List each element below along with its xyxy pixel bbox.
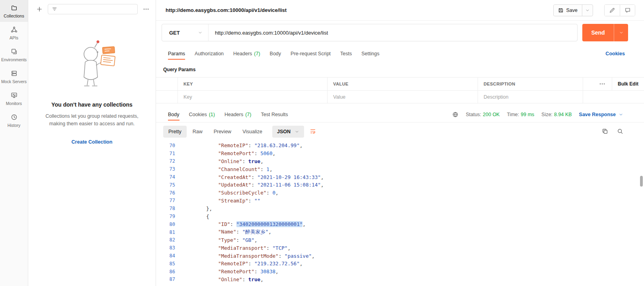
- bulk-edit-button[interactable]: Bulk Edit: [612, 78, 638, 90]
- response-tab-test-results[interactable]: Test Results: [256, 107, 293, 122]
- response-tab-cookies[interactable]: Cookies(1): [184, 107, 220, 122]
- tab-label: Test Results: [261, 112, 288, 117]
- request-tab-pre-request-script[interactable]: Pre-request Script: [286, 46, 336, 61]
- method-selector[interactable]: GET: [162, 24, 208, 41]
- code-line: 81"Name": "醉美家乡",: [156, 228, 644, 236]
- nav-item-collections[interactable]: Collections: [0, 0, 28, 22]
- meta-label: Time:: [507, 112, 519, 117]
- code-token: ,: [269, 166, 273, 172]
- sidebar-filter-input[interactable]: [60, 6, 134, 12]
- apis-icon: [11, 26, 18, 33]
- save-button[interactable]: Save: [554, 5, 582, 16]
- comment-button[interactable]: [620, 5, 635, 16]
- code-token: "UpdatedAt": [218, 182, 251, 188]
- param-value-input[interactable]: [333, 94, 472, 100]
- request-tab-headers[interactable]: Headers(7): [228, 46, 265, 61]
- url-input[interactable]: [208, 24, 577, 41]
- nav-item-label: APIs: [0, 35, 28, 40]
- request-tab-body[interactable]: Body: [265, 46, 286, 61]
- format-label: JSON: [277, 129, 291, 134]
- line-number: 75: [156, 182, 175, 188]
- tab-label: Authorization: [195, 51, 224, 56]
- line-content: {: [175, 214, 209, 220]
- tab-label: Body: [270, 51, 281, 56]
- view-mode-preview[interactable]: Preview: [209, 126, 236, 138]
- sidebar-filter-box[interactable]: [48, 4, 138, 14]
- create-collection-link[interactable]: Create Collection: [72, 139, 113, 145]
- chevron-down-icon: [198, 30, 203, 35]
- format-dropdown[interactable]: JSON: [272, 126, 304, 138]
- code-token: ,: [287, 245, 291, 251]
- vertical-scrollbar[interactable]: [640, 176, 643, 187]
- copy-response-button[interactable]: [602, 128, 608, 136]
- request-tab-params[interactable]: Params: [163, 46, 190, 61]
- code-token: ,: [312, 253, 315, 259]
- code-line: 83"MediaTransport": "TCP",: [156, 244, 644, 252]
- edit-request-button[interactable]: [605, 5, 620, 16]
- query-params-table: KEY VALUE DESCRIPTION Bulk Edit: [156, 77, 644, 103]
- nav-item-monitors[interactable]: Monitors: [0, 88, 28, 109]
- url-row: GET Send: [156, 21, 644, 46]
- param-key-input[interactable]: [183, 94, 322, 100]
- code-token: "passive": [285, 253, 312, 259]
- view-mode-visualize[interactable]: Visualize: [237, 126, 267, 138]
- search-response-button[interactable]: [617, 128, 623, 136]
- code-token: ,: [273, 150, 276, 156]
- code-token: "RemotePort": [218, 150, 254, 156]
- response-header: BodyCookies(1)Headers(7)Test Results Sta…: [156, 107, 644, 123]
- line-number: 71: [156, 151, 175, 156]
- response-tab-body[interactable]: Body: [163, 107, 184, 122]
- code-line: 77"StreamIp": "": [156, 197, 644, 205]
- code-token: :: [279, 253, 285, 259]
- request-tab-tests[interactable]: Tests: [336, 46, 357, 61]
- code-token: :: [254, 150, 260, 156]
- tab-label: Headers: [233, 51, 252, 56]
- nav-item-history[interactable]: History: [0, 109, 28, 131]
- code-token: "MediaTransportMode": [218, 253, 279, 259]
- response-view-modes: PrettyRawPreviewVisualize: [163, 126, 267, 138]
- send-dropdown-button[interactable]: [614, 24, 628, 41]
- params-more-options-button[interactable]: [597, 79, 607, 89]
- request-tab-authorization[interactable]: Authorization: [190, 46, 228, 61]
- value-cell: [327, 91, 478, 103]
- params-header-row: KEY VALUE DESCRIPTION Bulk Edit: [156, 77, 644, 90]
- response-tab-headers[interactable]: Headers(7): [220, 107, 256, 122]
- code-token: "Online": [218, 276, 242, 282]
- code-token: "34020000001320000001": [236, 221, 303, 227]
- line-content: "Type": "GB",: [175, 237, 258, 243]
- cookies-link[interactable]: Cookies: [605, 51, 625, 56]
- save-response-button[interactable]: Save Response: [579, 112, 623, 117]
- line-number: 74: [156, 174, 175, 180]
- line-number: 77: [156, 198, 175, 203]
- request-title: http://demo.easygbs.com:10000/api/v1/dev…: [166, 7, 553, 13]
- line-content: },: [175, 206, 212, 212]
- environments-icon: [11, 48, 18, 55]
- new-button[interactable]: [35, 4, 44, 14]
- sidebar-more-options-button[interactable]: [141, 4, 151, 14]
- line-content: "Online": true,: [175, 276, 263, 282]
- save-label: Save: [566, 8, 578, 13]
- code-token: :: [236, 237, 242, 243]
- save-dropdown-button[interactable]: [582, 5, 593, 16]
- meta-value: 8.94 KB: [554, 112, 572, 117]
- view-mode-pretty[interactable]: Pretty: [163, 126, 187, 138]
- line-content: "RemoteIP": "218.63.204.99",: [175, 142, 302, 148]
- nav-item-mock-servers[interactable]: Mock Servers: [0, 66, 28, 88]
- nav-item-apis[interactable]: APIs: [0, 22, 28, 44]
- nav-item-environments[interactable]: Environments: [0, 44, 28, 66]
- line-number: 78: [156, 206, 175, 211]
- method-label: GET: [169, 30, 180, 36]
- nav-rail: CollectionsAPIsEnvironmentsMock ServersM…: [0, 0, 28, 286]
- code-line: 72"Online": true,: [156, 158, 644, 165]
- response-body[interactable]: 70"RemoteIP": "218.63.204.99",71"RemoteP…: [156, 141, 644, 286]
- url-box: GET: [162, 24, 578, 41]
- param-description-input[interactable]: [484, 94, 577, 100]
- view-mode-raw[interactable]: Raw: [187, 126, 208, 138]
- wrap-text-button[interactable]: [310, 128, 316, 136]
- code-line: 87"Online": true,: [156, 276, 644, 284]
- send-button[interactable]: Send: [582, 24, 614, 41]
- response-code: 70"RemoteIP": "218.63.204.99",71"RemoteP…: [156, 142, 644, 283]
- request-tab-settings[interactable]: Settings: [357, 46, 384, 61]
- response-size: Size:8.94 KB: [541, 112, 572, 117]
- meta-value: 99 ms: [521, 112, 534, 117]
